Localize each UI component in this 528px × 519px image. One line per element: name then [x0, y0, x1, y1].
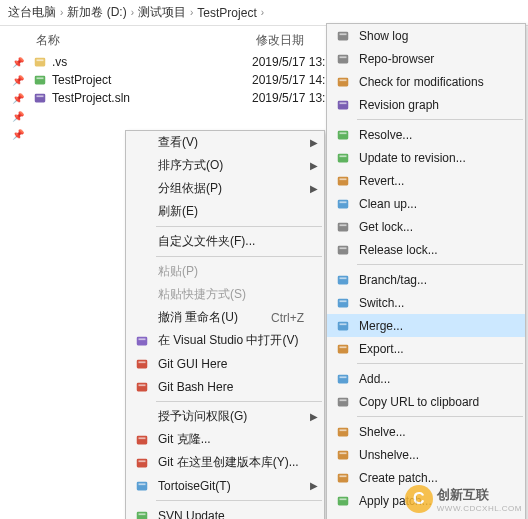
svg-rect-17: [139, 483, 146, 485]
bc-seg[interactable]: TestProject: [197, 6, 256, 20]
svg-rect-54: [338, 397, 349, 406]
branch-icon: [331, 273, 355, 287]
file-name: TestProject.sln: [52, 91, 252, 105]
watermark: C 创新互联 WWW.CDCXHL.COM: [405, 485, 522, 513]
pin-icon[interactable]: 📌: [12, 75, 32, 86]
svg-rect-32: [338, 130, 349, 139]
menu-label: 在 Visual Studio 中打开(V): [154, 332, 304, 349]
menu-separator: [357, 416, 523, 417]
menu-item-git-y[interactable]: Git 在这里创建版本库(Y)...: [126, 451, 324, 474]
menu-item-unshelve[interactable]: Unshelve...: [327, 443, 525, 466]
menu-item-p[interactable]: 分组依据(P)▶: [126, 177, 324, 200]
svg-rect-29: [340, 79, 347, 81]
menu-item-svn-update[interactable]: SVN Update: [126, 504, 324, 519]
svg-rect-48: [338, 321, 349, 330]
tortoisesvn-submenu[interactable]: Show logRepo-browserCheck for modificati…: [326, 23, 526, 519]
menu-item-o[interactable]: 排序方式(O)▶: [126, 154, 324, 177]
menu-item-u[interactable]: 撤消 重命名(U)Ctrl+Z: [126, 306, 324, 329]
bc-seg[interactable]: 新加卷 (D:): [67, 4, 126, 21]
svg-rect-43: [340, 247, 347, 249]
chevron-right-icon: ›: [131, 7, 134, 18]
menu-label: Check for modifications: [355, 75, 505, 89]
menu-item-f[interactable]: 自定义文件夹(F)...: [126, 230, 324, 253]
menu-item-clean-up[interactable]: Clean up...: [327, 192, 525, 215]
tortoise-git-icon: [130, 479, 154, 493]
menu-item-git[interactable]: Git 克隆...: [126, 428, 324, 451]
chevron-right-icon: ›: [60, 7, 63, 18]
menu-item-shelve[interactable]: Shelve...: [327, 420, 525, 443]
menu-item-branch-tag[interactable]: Branch/tag...: [327, 268, 525, 291]
menu-item-resolve[interactable]: Resolve...: [327, 123, 525, 146]
svg-rect-24: [338, 31, 349, 40]
svg-rect-5: [37, 95, 44, 97]
menu-item-get-lock[interactable]: Get lock...: [327, 215, 525, 238]
svg-rect-37: [340, 178, 347, 180]
pin-icon[interactable]: 📌: [12, 111, 32, 122]
resolve-icon: [331, 128, 355, 142]
svg-rect-46: [338, 298, 349, 307]
svg-rect-6: [137, 336, 148, 345]
menu-label: 分组依据(P): [154, 180, 304, 197]
col-name-header[interactable]: 名称: [36, 32, 256, 49]
menu-label: Switch...: [355, 296, 505, 310]
svg-rect-8: [137, 359, 148, 368]
menu-item-visual-studio-v[interactable]: 在 Visual Studio 中打开(V): [126, 329, 324, 352]
pin-icon[interactable]: 📌: [12, 57, 32, 68]
menu-item-git-bash-here[interactable]: Git Bash Here: [126, 375, 324, 398]
menu-item-git-gui-here[interactable]: Git GUI Here: [126, 352, 324, 375]
menu-item-copy-url-to-clipboard[interactable]: Copy URL to clipboard: [327, 390, 525, 413]
menu-item-revision-graph[interactable]: Revision graph: [327, 93, 525, 116]
menu-item-properties[interactable]: Properties: [327, 512, 525, 519]
menu-item-release-lock[interactable]: Release lock...: [327, 238, 525, 261]
menu-item-tortoisegit-t[interactable]: TortoiseGit(T)▶: [126, 474, 324, 497]
menu-item-repo-browser[interactable]: Repo-browser: [327, 47, 525, 70]
menu-item-add[interactable]: Add...: [327, 367, 525, 390]
pin-icon[interactable]: 📌: [12, 93, 32, 104]
menu-separator: [357, 363, 523, 364]
menu-item-update-to-revision[interactable]: Update to revision...: [327, 146, 525, 169]
menu-label: 授予访问权限(G): [154, 408, 304, 425]
menu-item-switch[interactable]: Switch...: [327, 291, 525, 314]
chevron-right-icon: ▶: [310, 480, 318, 491]
menu-item-merge[interactable]: Merge...: [327, 314, 525, 337]
switch-icon: [331, 296, 355, 310]
svg-rect-19: [139, 513, 146, 515]
svg-rect-31: [340, 102, 347, 104]
menu-label: Branch/tag...: [355, 273, 505, 287]
pin-icon[interactable]: 📌: [12, 129, 32, 140]
menu-separator: [357, 264, 523, 265]
menu-label: Shelve...: [355, 425, 505, 439]
svg-rect-11: [139, 384, 146, 386]
context-menu[interactable]: 查看(V)▶排序方式(O)▶分组依据(P)▶刷新(E)自定义文件夹(F)...粘…: [125, 130, 325, 519]
svn-update-icon: [130, 509, 154, 520]
svg-rect-28: [338, 77, 349, 86]
svg-rect-1: [37, 59, 44, 61]
svg-rect-36: [338, 176, 349, 185]
menu-label: 粘贴快捷方式(S): [154, 286, 304, 303]
menu-item-e[interactable]: 刷新(E): [126, 200, 324, 223]
repo-icon: [331, 52, 355, 66]
svg-rect-30: [338, 100, 349, 109]
menu-label: Release lock...: [355, 243, 505, 257]
menu-label: Update to revision...: [355, 151, 505, 165]
bc-seg[interactable]: 测试项目: [138, 4, 186, 21]
menu-label: 粘贴(P): [154, 263, 304, 280]
menu-item-check-for-modifications[interactable]: Check for modifications: [327, 70, 525, 93]
svg-rect-63: [340, 498, 347, 500]
menu-item-v[interactable]: 查看(V)▶: [126, 131, 324, 154]
menu-item-show-log[interactable]: Show log: [327, 24, 525, 47]
svg-rect-14: [137, 458, 148, 467]
svg-rect-7: [139, 338, 146, 340]
menu-label: Repo-browser: [355, 52, 505, 66]
svg-rect-49: [340, 323, 347, 325]
watermark-sub: WWW.CDCXHL.COM: [437, 504, 522, 513]
git-clone-icon: [130, 433, 154, 447]
menu-item-g[interactable]: 授予访问权限(G)▶: [126, 405, 324, 428]
bc-seg[interactable]: 这台电脑: [8, 4, 56, 21]
svg-rect-40: [338, 222, 349, 231]
menu-item-revert[interactable]: Revert...: [327, 169, 525, 192]
revert-icon: [331, 174, 355, 188]
folder-green-icon: [32, 72, 48, 88]
menu-item-export[interactable]: Export...: [327, 337, 525, 360]
menu-label: Copy URL to clipboard: [355, 395, 505, 409]
